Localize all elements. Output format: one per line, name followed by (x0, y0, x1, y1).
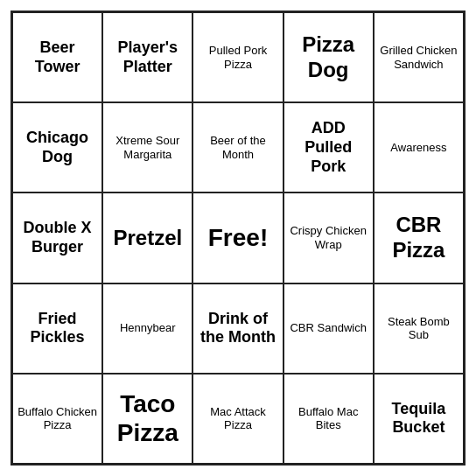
cell-label: CBR Pizza (378, 213, 459, 263)
cell-label: Taco Pizza (107, 389, 188, 448)
cell-label: Xtreme Sour Margarita (107, 134, 188, 161)
cell-label: Chicago Dog (17, 129, 98, 166)
cell-label: Pretzel (113, 226, 182, 251)
cell-label: Buffalo Mac Bites (288, 405, 369, 432)
bingo-cell-24: Tequila Bucket (374, 374, 464, 464)
bingo-cell-17: Drink of the Month (192, 284, 283, 374)
bingo-cell-18: CBR Sandwich (284, 284, 374, 374)
bingo-cell-15: Fried Pickles (12, 284, 102, 374)
cell-label: Free! (208, 223, 268, 253)
bingo-cell-6: Xtreme Sour Margarita (102, 102, 192, 192)
bingo-cell-14: CBR Pizza (374, 192, 464, 283)
cell-label: Beer of the Month (197, 134, 278, 161)
bingo-cell-2: Pulled Pork Pizza (192, 12, 283, 102)
cell-label: Grilled Chicken Sandwich (378, 44, 459, 71)
bingo-cell-9: Awareness (374, 102, 464, 192)
bingo-cell-12: Free! (192, 192, 283, 283)
cell-label: Pizza Dog (288, 32, 369, 83)
cell-label: Steak Bomb Sub (378, 315, 459, 342)
bingo-cell-23: Buffalo Mac Bites (284, 374, 374, 464)
bingo-cell-10: Double X Burger (12, 192, 102, 283)
bingo-cell-7: Beer of the Month (192, 102, 283, 192)
cell-label: Double X Burger (17, 219, 98, 256)
cell-label: Buffalo Chicken Pizza (17, 405, 98, 432)
bingo-cell-16: Hennybear (102, 284, 192, 374)
cell-label: Fried Pickles (17, 310, 98, 347)
bingo-cell-8: ADD Pulled Pork (284, 102, 374, 192)
cell-label: Hennybear (120, 321, 176, 335)
cell-label: Drink of the Month (197, 310, 278, 347)
bingo-cell-20: Buffalo Chicken Pizza (12, 374, 102, 464)
bingo-card: Beer TowerPlayer's PlatterPulled Pork Pi… (10, 10, 466, 466)
bingo-cell-4: Grilled Chicken Sandwich (374, 12, 464, 102)
cell-label: Beer Tower (17, 38, 98, 76)
bingo-cell-1: Player's Platter (102, 12, 192, 102)
bingo-cell-11: Pretzel (102, 192, 192, 283)
bingo-cell-22: Mac Attack Pizza (192, 374, 283, 464)
bingo-cell-0: Beer Tower (12, 12, 102, 102)
cell-label: Pulled Pork Pizza (197, 44, 278, 71)
bingo-cell-5: Chicago Dog (12, 102, 102, 192)
bingo-cell-21: Taco Pizza (102, 374, 192, 464)
cell-label: Awareness (390, 141, 446, 155)
bingo-cell-3: Pizza Dog (284, 12, 374, 102)
cell-label: ADD Pulled Pork (288, 119, 369, 176)
cell-label: Player's Platter (107, 38, 188, 76)
cell-label: Mac Attack Pizza (197, 405, 278, 432)
bingo-cell-13: Crispy Chicken Wrap (284, 192, 374, 283)
cell-label: Tequila Bucket (378, 400, 459, 438)
cell-label: Crispy Chicken Wrap (288, 224, 369, 251)
bingo-cell-19: Steak Bomb Sub (374, 284, 464, 374)
cell-label: CBR Sandwich (290, 321, 366, 335)
